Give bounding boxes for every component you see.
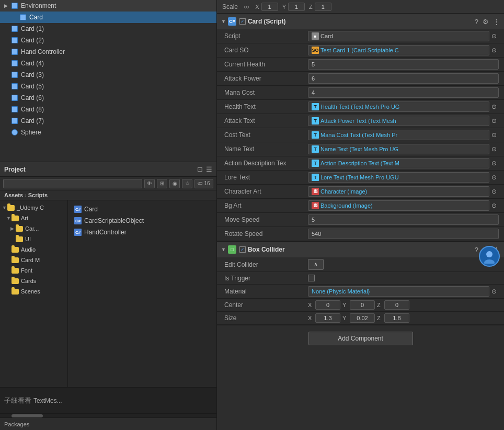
file-item[interactable]: C# Card [72,203,212,215]
script-ref-value[interactable]: ■ Card [308,31,489,41]
rotate-speed-value[interactable]: 540 [308,229,499,239]
bg-art-value[interactable]: 🖼 Background (Image) [308,200,489,211]
character-art-target[interactable]: ⊙ [491,188,499,195]
hierarchy-item[interactable]: Card (1) [0,23,216,35]
move-speed-label: Move Speed [224,216,308,223]
size-y-input[interactable] [350,313,375,323]
mana-cost-value[interactable]: 4 [308,87,499,98]
hierarchy-item[interactable]: Card [0,12,216,23]
script-row: Script ■ Card ⊙ [217,29,504,43]
tree-item[interactable]: UI [0,234,67,244]
scrollbar-thumb[interactable] [12,414,43,417]
component-settings-icon[interactable]: ⚙ [483,18,489,26]
script-target-icon[interactable]: ⊙ [491,32,499,40]
file-label: HandController [84,229,127,236]
action-desc-value[interactable]: T Action Description Text (Text M [308,158,489,168]
project-grid-icon[interactable]: ⊞ [157,179,167,188]
name-text-target[interactable]: ⊙ [491,145,499,153]
breadcrumb-scripts[interactable]: Scripts [28,192,48,198]
box-collider-header[interactable]: ▼ □ ✓ Box Collider ? ⚙ ⋮ [217,242,504,257]
tree-item[interactable]: Font [0,265,67,276]
hierarchy-item[interactable]: Card (3) [0,69,216,81]
lore-text-target[interactable]: ⊙ [491,174,499,181]
attack-power-value[interactable]: 6 [308,73,499,84]
move-speed-value[interactable]: 5 [308,214,499,225]
edit-collider-button[interactable]: ∧ [308,259,324,270]
tree-item[interactable]: Scenes [0,286,67,297]
scale-y-value[interactable]: 1 [288,3,305,11]
material-value[interactable]: None (Physic Material) [308,286,489,297]
tree-item[interactable]: Cards [0,276,67,286]
component-enabled-checkbox[interactable]: ✓ [239,18,246,25]
breadcrumb-assets[interactable]: Assets [4,192,23,198]
lore-text-value[interactable]: T Lore Text (Text Mesh Pro UGU [308,172,489,183]
hierarchy-item[interactable]: Card (5) [0,81,216,92]
cost-text-target[interactable]: ⊙ [491,131,499,139]
image-icon: 🖼 [312,188,319,195]
bg-art-target[interactable]: ⊙ [491,202,499,209]
component-menu-icon[interactable]: ⋮ [493,18,500,26]
project-filter-icon[interactable]: ◉ [169,179,180,188]
center-x-input[interactable] [315,300,340,310]
health-text-value[interactable]: T Health Text (Text Mesh Pro UG [308,101,489,112]
project-star-icon[interactable]: ☆ [182,179,192,188]
attack-text-value[interactable]: T Attack Power Text (Text Mesh [308,116,489,126]
hierarchy-item[interactable]: Card (8) [0,104,216,115]
file-item[interactable]: C# HandController [72,227,212,238]
hierarchy-item[interactable]: Sphere [0,127,216,138]
card-so-value[interactable]: SO Test Card 1 (Card Scriptable C [308,45,489,55]
is-trigger-checkbox[interactable] [308,275,315,281]
project-search-input[interactable] [3,179,142,188]
attack-text-target[interactable]: ⊙ [491,117,499,125]
tmp-icon: T [312,160,319,167]
tree-item[interactable]: ▼ _Udemy C [0,202,67,213]
card-so-target-icon[interactable]: ⊙ [491,47,499,54]
card-script-header[interactable]: ▼ C# ✓ Card (Script) ? ⚙ ⋮ [217,14,504,29]
scale-z-value[interactable]: 1 [315,3,331,11]
project-tag-icon[interactable]: 🏷 16 [194,179,213,188]
scale-x-value[interactable]: 1 [261,3,278,11]
action-desc-target[interactable]: ⊙ [491,160,499,167]
collapse-arrow: ▼ [221,247,226,252]
collider-help-icon[interactable]: ? [475,246,478,254]
center-z-input[interactable] [384,300,409,310]
hierarchy-item[interactable]: Hand Controller [0,46,216,58]
tree-item[interactable]: Audio [0,244,67,255]
hierarchy-item[interactable]: Card (6) [0,92,216,104]
add-component-button[interactable]: Add Component [308,332,413,345]
user-avatar[interactable] [479,246,500,267]
tree-item[interactable]: ▶ Car... [0,223,67,234]
center-y-input[interactable] [350,300,375,310]
component-help-icon[interactable]: ? [475,18,478,26]
hierarchy-item[interactable]: Card (7) [0,115,216,127]
current-health-value[interactable]: 5 [308,59,499,70]
folder-icon [12,268,19,274]
hierarchy-item[interactable]: ▶ Environment [0,0,216,12]
file-item[interactable]: C# CardScriptableObject [72,215,212,227]
packages-label[interactable]: Packages [4,421,29,427]
hierarchy-label: Environment [21,2,56,9]
project-menu-icon[interactable]: ☰ [206,165,212,173]
health-text-target[interactable]: ⊙ [491,103,499,110]
size-z-input[interactable] [384,313,409,323]
collider-enabled-checkbox[interactable]: ✓ [239,246,246,253]
size-x-input[interactable] [315,313,340,323]
folder-icon [16,236,23,242]
name-text-label: Name Text [224,145,308,153]
hierarchy-item[interactable]: Card (2) [0,35,216,46]
tree-item[interactable]: ▼ Art [0,213,67,223]
cost-text-row: Cost Text T Mana Cost Text (Text Mesh Pr… [217,128,504,142]
hierarchy-item[interactable]: Card (4) [0,58,216,69]
material-target-icon[interactable]: ⊙ [491,288,499,295]
tree-item[interactable]: Card M [0,255,67,265]
character-art-value[interactable]: 🖼 Character (Image) [308,186,489,197]
edit-collider-icon: ∧ [314,261,318,268]
center-label: Center [224,301,308,309]
name-text-value[interactable]: T Name Text (Text Mesh Pro UG [308,144,489,154]
mana-cost-label: Mana Cost [224,89,308,96]
hierarchy-label: Card (3) [21,71,44,78]
size-x-field: X [308,313,340,323]
project-lock-icon[interactable]: ⊡ [197,165,203,173]
project-eye-icon[interactable]: 👁 [144,179,155,188]
cost-text-value[interactable]: T Mana Cost Text (Text Mesh Pr [308,130,489,140]
